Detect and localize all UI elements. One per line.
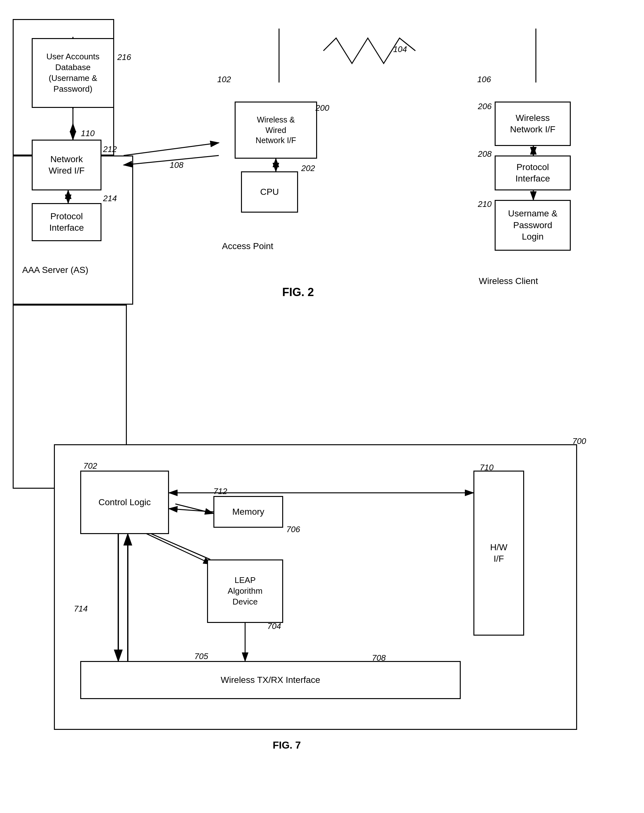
wireless-nif-box: Wireless Network I/F bbox=[495, 101, 571, 146]
ref-212: 212 bbox=[103, 144, 117, 154]
access-point-label: Access Point bbox=[222, 241, 273, 251]
ref-202: 202 bbox=[301, 163, 315, 173]
ref-704: 704 bbox=[267, 621, 281, 631]
ref-104: 104 bbox=[393, 44, 407, 54]
fig7-area: Control Logic Memory H/W I/F LEAP Algori… bbox=[13, 413, 631, 762]
svg-line-21 bbox=[141, 531, 212, 564]
username-pw-login-box: Username & Password Login bbox=[495, 200, 571, 251]
wireless-txrx-box: Wireless TX/RX Interface bbox=[80, 661, 461, 699]
ref-705: 705 bbox=[194, 652, 208, 661]
memory-label: Memory bbox=[232, 506, 264, 518]
ref-206: 206 bbox=[478, 101, 491, 111]
hw-if-label: H/W I/F bbox=[490, 541, 507, 565]
control-logic-label: Control Logic bbox=[99, 497, 151, 508]
svg-line-5 bbox=[124, 143, 219, 155]
wireless-wired-nif-box: Wireless & Wired Network I/F bbox=[235, 101, 317, 159]
ref-200: 200 bbox=[315, 103, 329, 113]
svg-line-18 bbox=[169, 509, 213, 512]
fig7-caption: FIG. 7 bbox=[273, 739, 301, 751]
ref-712: 712 bbox=[213, 486, 227, 496]
wireless-txrx-label: Wireless TX/RX Interface bbox=[221, 674, 320, 686]
network-wired-label: Network Wired I/F bbox=[49, 153, 85, 177]
memory-box: Memory bbox=[213, 496, 283, 528]
fig2-caption: FIG. 2 bbox=[282, 285, 314, 299]
ref-714: 714 bbox=[74, 604, 87, 614]
diagram-container: User Accounts Database (Username & Passw… bbox=[0, 0, 644, 813]
protocol-if-wc-label: Protocol Interface bbox=[516, 161, 550, 185]
cpu-label: CPU bbox=[260, 186, 279, 198]
ref-214: 214 bbox=[103, 193, 117, 203]
ref-700: 700 bbox=[572, 436, 586, 446]
fig2-area: User Accounts Database (Username & Passw… bbox=[13, 19, 631, 305]
ref-106: 106 bbox=[477, 75, 491, 84]
hw-if-box: H/W I/F bbox=[473, 471, 524, 636]
protocol-if-aaa-label: Protocol Interface bbox=[49, 211, 84, 234]
ref-108: 108 bbox=[170, 160, 183, 170]
wireless-nif-label: Wireless Network I/F bbox=[510, 112, 555, 135]
ref-706: 706 bbox=[286, 525, 300, 534]
protocol-if-wc-box: Protocol Interface bbox=[495, 155, 571, 190]
leap-alg-label: LEAP Algorithm Device bbox=[228, 575, 263, 607]
user-accounts-label: User Accounts Database (Username & Passw… bbox=[46, 51, 99, 94]
svg-line-19 bbox=[175, 504, 213, 514]
protocol-if-aaa-box: Protocol Interface bbox=[32, 203, 101, 241]
network-wired-if-box: Network Wired I/F bbox=[32, 140, 101, 190]
ref-216: 216 bbox=[117, 52, 131, 62]
ref-702: 702 bbox=[83, 461, 97, 471]
ref-210: 210 bbox=[478, 199, 491, 209]
ref-102: 102 bbox=[217, 75, 231, 84]
username-pw-label: Username & Password Login bbox=[508, 208, 557, 242]
aaa-server-label: AAA Server (AS) bbox=[22, 265, 89, 275]
fig7-outer-box: Control Logic Memory H/W I/F LEAP Algori… bbox=[54, 444, 577, 730]
wireless-client-label: Wireless Client bbox=[479, 276, 538, 286]
leap-algorithm-box: LEAP Algorithm Device bbox=[207, 560, 283, 623]
ref-208: 208 bbox=[478, 149, 491, 159]
control-logic-box: Control Logic bbox=[80, 471, 169, 534]
ref-708: 708 bbox=[372, 653, 385, 663]
user-accounts-database-box: User Accounts Database (Username & Passw… bbox=[32, 38, 114, 108]
ref-710: 710 bbox=[480, 463, 493, 472]
ref-110: 110 bbox=[81, 129, 95, 138]
wireless-wired-nif-label: Wireless & Wired Network I/F bbox=[255, 115, 296, 146]
cpu-box: CPU bbox=[241, 171, 298, 213]
